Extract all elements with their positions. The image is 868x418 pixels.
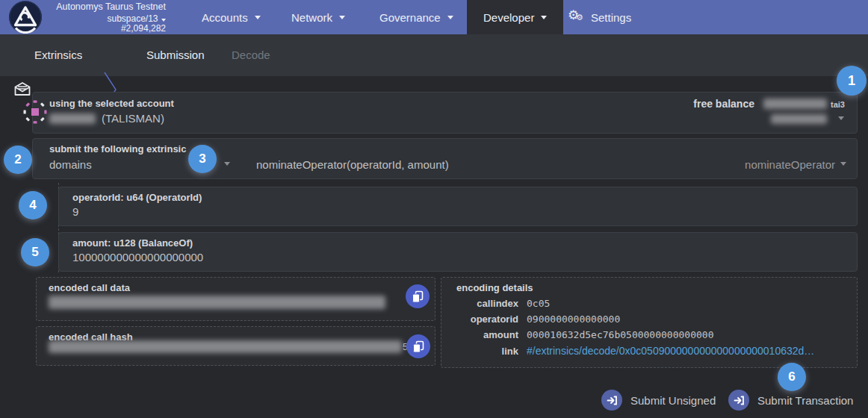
chain-name: Autonomys Taurus Testnet	[45, 2, 166, 13]
encoded-call-data-label: encoded call data	[49, 282, 130, 293]
copy-icon	[412, 290, 424, 303]
extrinsic-section-select[interactable]: domains	[49, 158, 92, 171]
annotation-badge-5: 5	[21, 238, 49, 266]
chain-block-number: #2,094,282	[45, 24, 166, 34]
param-amount-value[interactable]: 100000000000000000000	[72, 251, 203, 263]
annotation-badge-3: 3	[188, 145, 217, 173]
submit-unsigned-label: Submit Unsigned	[630, 394, 716, 407]
nav-menu-developer-label: Developer	[483, 11, 534, 24]
free-balance-label: free balance	[672, 98, 754, 110]
chevron-down-icon	[255, 16, 261, 19]
account-dropdown-caret-icon[interactable]	[838, 116, 844, 120]
annotation-badge-1: 1	[837, 66, 867, 96]
encoded-call-hash-redacted	[49, 340, 402, 353]
section-dropdown-caret-icon[interactable]	[224, 162, 230, 166]
nav-menu-network[interactable]: Network	[291, 0, 345, 34]
encoding-key: callindex	[448, 298, 518, 309]
free-balance-redacted	[763, 99, 827, 109]
tab-bar: Extrinsics Submission Decode	[0, 34, 868, 76]
decode-link[interactable]: #/extrinsics/decode/0x0c0509000000000000…	[527, 345, 814, 357]
param-operatorid-value[interactable]: 9	[72, 205, 78, 218]
chain-spec-row[interactable]: subspace/13	[45, 13, 166, 25]
encoding-row-amount: amount 000010632d5ec76b0500000000000000	[448, 329, 713, 340]
encoding-key: link	[448, 346, 518, 357]
balance-unit: tai3	[831, 100, 845, 109]
copy-icon	[412, 340, 424, 353]
param-operatorid-label: operatorId: u64 (OperatorId)	[72, 192, 202, 203]
account-row-label: using the selected account	[49, 98, 174, 109]
account-identicon	[22, 99, 48, 125]
submit-transaction-button[interactable]: Submit Transaction	[728, 390, 853, 411]
tab-submission[interactable]: Submission	[146, 49, 205, 61]
encoding-row-operatorid: operatorid 0900000000000000	[448, 314, 620, 325]
encoding-row-link: link #/extrinsics/decode/0x0c05090000000…	[448, 345, 814, 357]
extrinsics-page: Autonomys Taurus Testnet subspace/13 #2,…	[0, 0, 868, 418]
nav-menu-accounts-label: Accounts	[202, 11, 248, 24]
param-amount-label: amount: u128 (BalanceOf)	[72, 237, 193, 249]
submit-unsigned-button[interactable]: Submit Unsigned	[601, 390, 716, 411]
submit-transaction-label: Submit Transaction	[757, 394, 853, 407]
chain-info[interactable]: Autonomys Taurus Testnet subspace/13 #2,…	[45, 2, 166, 34]
account-name-redacted	[49, 113, 96, 124]
nav-menu-settings[interactable]: Settings	[569, 0, 631, 34]
nav-menu-governance[interactable]: Governance	[379, 0, 453, 34]
annotation-badge-4: 4	[19, 191, 47, 219]
extrinsic-row-label: submit the following extrinsic	[49, 143, 186, 155]
autonomys-logo-icon[interactable]	[9, 1, 42, 34]
method-select[interactable]: nominateOperator	[710, 158, 835, 171]
section-title: Extrinsics	[34, 49, 82, 61]
encoding-value: 0c05	[527, 298, 550, 309]
extrinsics-icon	[14, 82, 31, 96]
nav-menu-governance-label: Governance	[379, 11, 441, 24]
account-address-redacted	[771, 114, 827, 124]
encoding-row-callindex: callindex 0c05	[448, 298, 550, 309]
encoded-call-data-redacted	[49, 296, 385, 309]
annotation-badge-6: 6	[778, 363, 806, 391]
nav-menu-developer[interactable]: Developer	[467, 0, 563, 34]
method-dropdown-caret-icon[interactable]	[840, 162, 846, 166]
encoding-value: 0900000000000000	[527, 314, 620, 325]
sign-in-icon	[728, 390, 749, 411]
nav-menu-accounts[interactable]: Accounts	[202, 0, 261, 34]
chevron-down-icon	[339, 16, 345, 19]
chain-caret-icon	[161, 19, 166, 22]
encoding-details-title: encoding details	[456, 282, 533, 293]
annotation-badge-2: 2	[4, 146, 32, 174]
sign-in-icon	[601, 390, 622, 411]
chevron-down-icon	[447, 16, 453, 19]
encoding-key: operatorid	[448, 314, 518, 325]
chain-spec: subspace/13	[107, 14, 158, 25]
tab-decode[interactable]: Decode	[232, 49, 270, 61]
call-signature: nominateOperator(operatorId, amount)	[256, 158, 449, 171]
encoding-key: amount	[448, 329, 518, 340]
encoding-value: 000010632d5ec76b0500000000000000	[527, 329, 713, 340]
copy-call-hash-button[interactable]	[406, 334, 430, 358]
chevron-down-icon	[541, 16, 547, 19]
copy-call-data-button[interactable]	[406, 284, 430, 308]
settings-gears-icon	[569, 10, 584, 25]
account-name-suffix: (TALISMAN)	[102, 112, 164, 125]
top-nav-bar: Autonomys Taurus Testnet subspace/13 #2,…	[0, 0, 868, 34]
nav-menu-settings-label: Settings	[591, 11, 631, 24]
nav-menu-network-label: Network	[291, 11, 332, 24]
